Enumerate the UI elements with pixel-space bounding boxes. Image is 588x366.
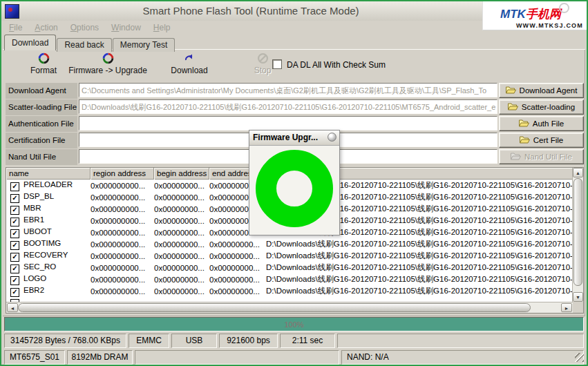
vertical-scroll-thumb[interactable] (573, 178, 582, 286)
status-cell-2-11-sec: 2:11 sec (280, 334, 335, 348)
file-path-field-scatter-loading-file[interactable]: D:\Downloads\线刷G16-20120710-221105\线刷G16… (79, 99, 497, 114)
menu-item-file[interactable]: File (3, 21, 28, 32)
status-cell-usb: USB (171, 334, 217, 348)
window-title: Smart Phone Flash Tool (Runtime Trace Mo… (22, 1, 480, 21)
horizontal-scroll-thumb[interactable] (18, 303, 531, 312)
name-cell: ✓EBR1 (6, 215, 91, 227)
begin-address-cell: 0x00000000... (154, 252, 209, 260)
status-bar-bottom: MT6575_S018192Mb DRAMNAND: N/A (4, 350, 584, 365)
tab-memory-test[interactable]: Memory Test (113, 38, 175, 52)
column-header-name[interactable]: name (6, 168, 91, 180)
row-checkbox[interactable]: ✓ (10, 276, 19, 285)
table-row-bootimg[interactable]: ✓BOOTIMG0x000000000...0x00000000...0x000… (6, 238, 573, 250)
table-row-logo[interactable]: ✓LOGO0x000000000...0x00000000...0x000000… (6, 273, 573, 285)
logo-ball-icon (559, 3, 569, 13)
row-checkbox[interactable]: ✓ (10, 206, 19, 215)
file-label-scatter-loading-file: Scatter-loading File (6, 99, 77, 115)
partition-name: PRELOADER (23, 180, 73, 189)
folder-icon (506, 84, 516, 98)
row-checkbox[interactable]: ✓ (10, 194, 19, 203)
status-cell-921600-bps: 921600 bps (219, 334, 278, 348)
region-address-cell: 0x000000000... (91, 193, 154, 202)
table-row-sec-ro[interactable]: ✓SEC_RO0x000000000...0x00000000...0x0000… (6, 262, 573, 273)
column-header-region-address[interactable]: region address (91, 168, 154, 180)
logo-cn-text: 手机网 (526, 8, 561, 21)
toolbar-button-label: Firmware -> Upgrade (68, 66, 147, 75)
row-checkbox[interactable]: ✓ (10, 182, 19, 191)
scroll-up-arrow-icon[interactable]: ▲ (573, 168, 583, 177)
browse-button-cert-file[interactable]: Cert File (499, 133, 584, 148)
browse-button-auth-file[interactable]: Auth File (499, 116, 584, 131)
region-address-cell: 0x000000000... (91, 264, 154, 272)
row-checkbox[interactable]: ✓ (10, 288, 19, 297)
partition-name: LOGO (23, 274, 46, 282)
name-cell: ✓SEC_RO (6, 262, 91, 273)
upgrade-cycle-icon (66, 52, 150, 66)
begin-address-cell: 0x00000000... (154, 240, 209, 249)
end-address-cell: 0x00000000... (209, 276, 266, 284)
vertical-scrollbar[interactable]: ▲ ▼ (572, 168, 583, 302)
tab-read-back[interactable]: Read back (57, 38, 111, 52)
toolbar-button-stop: Stop (235, 52, 290, 75)
mtksj-logo: MTK手机网 WWW.MTKSJ.COM (482, 1, 587, 30)
da-dl-checksum-label: DA DL All With Check Sum (287, 60, 386, 70)
folder-icon (519, 117, 529, 131)
name-cell: ✓PRELOADER (6, 180, 91, 191)
mtksj-logo-text: MTK手机网 (483, 1, 587, 22)
toolbar-button-format[interactable]: Format (19, 52, 68, 75)
status-cell-nand-n-a: NAND: N/A (341, 350, 584, 365)
menu-item-help[interactable]: Help (147, 21, 177, 32)
resize-grip-icon[interactable] (575, 353, 584, 362)
region-address-cell: 0x000000000... (91, 252, 154, 260)
row-checkbox[interactable]: ✓ (10, 218, 19, 227)
row-checkbox[interactable]: ✓ (10, 241, 19, 250)
logo-mtk-text: MTK (500, 8, 526, 21)
status-cell-8192mb-dram: 8192Mb DRAM (67, 350, 133, 365)
menu-item-window[interactable]: Window (105, 21, 147, 32)
row-checkbox[interactable]: ✓ (10, 253, 19, 262)
menu-item-action[interactable]: Action (28, 21, 64, 32)
browse-button-label: Scatter-loading (522, 103, 575, 111)
file-path-field-authentication-file[interactable] (79, 116, 497, 131)
partition-name: UBOOT (23, 227, 52, 235)
scroll-down-arrow-icon[interactable]: ▼ (573, 292, 583, 302)
table-row-recovery[interactable]: ✓RECOVERY0x000000000...0x00000000...0x00… (6, 250, 573, 262)
region-address-cell: 0x000000000... (91, 287, 154, 296)
tab-download[interactable]: Download (4, 35, 56, 50)
name-cell: ✓EBR2 (6, 286, 91, 297)
location-cell: D:\Downloads\线刷G16-20120710-221105\线刷G16… (266, 251, 573, 261)
horizontal-scrollbar[interactable]: ◄ ► (6, 302, 573, 313)
scroll-right-arrow-icon[interactable]: ► (561, 303, 572, 312)
partition-name: EBR1 (23, 215, 44, 224)
region-address-cell: 0x000000000... (91, 276, 154, 284)
toolbar-button-firmware-upgrade[interactable]: Firmware -> Upgrade (66, 52, 150, 75)
status-bar-top: 3145728 Bytes / 768.00 KBpsEMMCUSB921600… (4, 334, 584, 348)
partition-name: RECOVERY (23, 251, 68, 259)
file-row-scatter-loading-file: Scatter-loading FileD:\Downloads\线刷G16-2… (6, 99, 584, 115)
browse-button-download-agent[interactable]: Download Agent (499, 83, 584, 98)
region-address-cell: 0x000000000... (91, 217, 154, 225)
region-address-cell: 0x000000000... (91, 205, 154, 213)
browse-button-nand-util-file: Nand Util File (499, 149, 584, 164)
browse-button-scatter-loading[interactable]: Scatter-loading (499, 99, 584, 115)
name-cell: ✓MBR (6, 204, 91, 215)
partition-name: BOOTIMG (23, 239, 61, 247)
popup-title-bar[interactable]: Firmware Upgr... (249, 131, 339, 146)
progress-ring (256, 150, 333, 227)
tab-strip: DownloadRead backMemory Test (4, 35, 176, 50)
folder-icon (508, 101, 518, 115)
file-label-nand-util-file: Nand Util File (6, 149, 77, 165)
begin-address-cell: 0x00000000... (154, 229, 209, 237)
toolbar-button-download[interactable]: Download (158, 52, 221, 75)
location-cell: D:\Downloads\线刷G16-20120710-221105\线刷G16… (266, 286, 573, 296)
file-path-field-download-agent[interactable]: C:\Documents and Settings\Administrator\… (79, 83, 497, 97)
row-checkbox[interactable]: ✓ (10, 264, 19, 273)
browse-button-label: Cert File (533, 136, 563, 144)
row-checkbox[interactable]: ✓ (10, 229, 19, 238)
popup-sphere-icon[interactable] (328, 133, 336, 142)
table-row-ebr2[interactable]: ✓EBR20x000000000...0x00000000...0x000000… (6, 285, 573, 297)
menu-item-options[interactable]: Options (64, 21, 105, 32)
partition-name: SEC_RO (23, 262, 56, 271)
scroll-left-arrow-icon[interactable]: ◄ (7, 303, 18, 312)
column-header-begin-address[interactable]: begin address (154, 168, 209, 180)
